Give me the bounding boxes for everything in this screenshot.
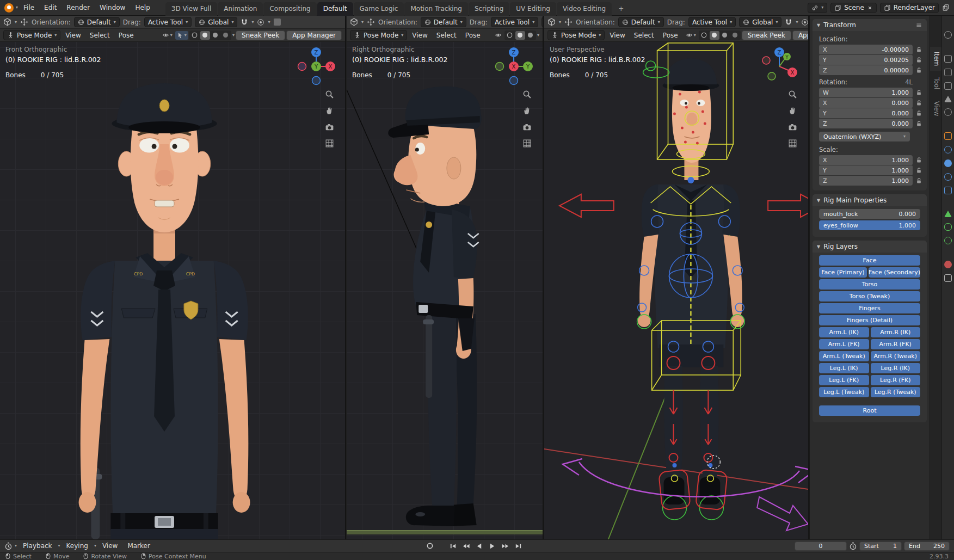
tab-tool-icon[interactable] bbox=[944, 31, 952, 39]
view-layer-selector[interactable]: RenderLayer bbox=[880, 3, 939, 13]
menu-view[interactable]: View bbox=[408, 30, 431, 41]
workspace-tab-scripting[interactable]: Scripting bbox=[469, 2, 509, 16]
tab-view[interactable]: View bbox=[930, 96, 942, 121]
workspace-tab-compositing[interactable]: Compositing bbox=[263, 2, 316, 16]
show-gizmo-toggle[interactable]: ▾ bbox=[161, 30, 174, 40]
tab-view-layer-icon[interactable] bbox=[944, 82, 952, 90]
snap-magnet-icon[interactable] bbox=[241, 19, 248, 26]
unlink-scene-icon[interactable] bbox=[867, 5, 873, 11]
tab-particles-icon[interactable] bbox=[944, 159, 952, 167]
play-reverse-button[interactable] bbox=[473, 541, 484, 551]
current-frame-field[interactable]: 0 bbox=[795, 541, 847, 551]
rig-layer-leg-l-ik[interactable]: Leg.L (IK) bbox=[819, 363, 869, 373]
lock-icon[interactable] bbox=[915, 177, 924, 184]
tab-object-icon[interactable] bbox=[944, 132, 952, 140]
rig-layer-fingers[interactable]: Fingers bbox=[819, 303, 920, 313]
rotation-w-field[interactable]: W1.000 bbox=[819, 88, 913, 97]
previous-keyframe-button[interactable] bbox=[460, 541, 471, 551]
rig-layer-torso[interactable]: Torso bbox=[819, 279, 920, 290]
menu-ed[interactable]: Edit bbox=[40, 2, 61, 13]
sneak-peek-button[interactable]: Sneak Peek bbox=[236, 30, 285, 40]
rig-layer-face[interactable]: Face bbox=[819, 255, 920, 266]
workspace-tab-animation[interactable]: Animation bbox=[218, 2, 263, 16]
rig-layer-arm-l-ik[interactable]: Arm.L (IK) bbox=[819, 327, 869, 337]
menu-view[interactable]: View bbox=[606, 30, 629, 41]
location-z-field[interactable]: Z0.00000 bbox=[819, 65, 913, 75]
workspace-tab-game-logic[interactable]: Game Logic bbox=[354, 2, 404, 16]
shading-material-button[interactable] bbox=[720, 31, 730, 40]
timeline-menu-view[interactable]: View bbox=[99, 540, 121, 551]
rig-layer-arm-l-tweak[interactable]: Arm.L (Tweak) bbox=[819, 351, 869, 361]
tab-render-icon[interactable] bbox=[944, 55, 952, 63]
lock-icon[interactable] bbox=[915, 120, 924, 127]
rig-layer-arm-r-tweak[interactable]: Arm.R (Tweak) bbox=[871, 351, 921, 361]
rig-layer-arm-l-fk[interactable]: Arm.L (FK) bbox=[819, 339, 869, 349]
panel-options-icon[interactable] bbox=[915, 22, 922, 29]
frame-end-field[interactable]: End250 bbox=[904, 541, 950, 551]
tab-bone-icon[interactable] bbox=[944, 223, 952, 231]
rotation-z-field[interactable]: Z0.000 bbox=[819, 119, 913, 128]
drag-dropdown[interactable]: Active Tool▾ bbox=[144, 17, 192, 27]
rig-layer-face-secondary[interactable]: Face (Secondary) bbox=[869, 267, 920, 278]
play-button[interactable] bbox=[487, 541, 497, 551]
timeline-menu-playback[interactable]: Playback bbox=[19, 540, 56, 551]
navigation-gizmo[interactable]: Z X Y bbox=[295, 45, 337, 88]
workspace-tab-default[interactable]: Default bbox=[317, 2, 353, 16]
shading-rendered-button[interactable] bbox=[730, 31, 740, 40]
stopwatch-icon[interactable] bbox=[849, 542, 857, 550]
app-manager-button[interactable]: App Manager bbox=[286, 30, 342, 40]
timeline-menu-marker[interactable]: Marker bbox=[124, 540, 153, 551]
camera-view-icon[interactable] bbox=[522, 122, 532, 132]
transform-orientation-dropdown[interactable]: Global bbox=[541, 17, 543, 27]
transform-panel-header[interactable]: ▼ Transform bbox=[813, 19, 927, 31]
rig-layer-torso-tweak[interactable]: Torso (Tweak) bbox=[819, 291, 920, 301]
rotation-x-field[interactable]: X0.000 bbox=[819, 98, 913, 108]
mode-dropdown[interactable]: Pose Mode▾ bbox=[3, 30, 60, 40]
tab-constraints-icon[interactable] bbox=[944, 187, 952, 194]
pan-hand-icon[interactable] bbox=[325, 106, 334, 115]
shading-solid-button[interactable] bbox=[710, 31, 719, 40]
workspace-tab-video-editing[interactable]: Video Editing bbox=[557, 2, 612, 16]
scale-x-field[interactable]: X1.000 bbox=[819, 155, 913, 165]
lock-icon[interactable] bbox=[915, 57, 924, 64]
move-tool-icon[interactable] bbox=[564, 18, 573, 26]
lock-icon[interactable] bbox=[915, 100, 924, 107]
menu-render[interactable]: Render bbox=[62, 2, 94, 13]
auto-keyframe-toggle[interactable] bbox=[424, 541, 435, 551]
rig-layers-header[interactable]: ▼ Rig Layers bbox=[813, 241, 927, 253]
menu-file[interactable]: File bbox=[19, 2, 39, 13]
zoom-icon[interactable] bbox=[522, 90, 532, 99]
rig-layer-arm-r-ik[interactable]: Arm.R (IK) bbox=[871, 327, 921, 337]
menu-view[interactable]: View bbox=[61, 30, 84, 41]
navigation-gizmo[interactable]: Z X Y bbox=[758, 45, 801, 88]
orientation-dropdown[interactable]: Default▾ bbox=[421, 17, 466, 27]
workspace-tab-uv-editing[interactable]: UV Editing bbox=[510, 2, 556, 16]
rig-main-properties-header[interactable]: ▼ Rig Main Properties bbox=[813, 194, 927, 206]
tab-physics-icon[interactable] bbox=[944, 173, 952, 181]
tab-object-data-icon[interactable] bbox=[944, 211, 952, 217]
location-x-field[interactable]: X-0.00000 bbox=[819, 45, 913, 54]
lock-icon[interactable] bbox=[915, 67, 924, 74]
lock-icon[interactable] bbox=[915, 157, 924, 164]
ortho-grid-icon[interactable] bbox=[325, 139, 334, 148]
drag-dropdown[interactable]: Active Tool▾ bbox=[688, 17, 736, 27]
rig-layer-leg-r-tweak[interactable]: Leg.R (Tweak) bbox=[871, 387, 921, 397]
workspace-tab-3d-view-full[interactable]: 3D View Full bbox=[165, 2, 218, 16]
menu-pose[interactable]: Pose bbox=[659, 30, 682, 41]
eyes-follow-slider[interactable]: eyes_follow1.000 bbox=[819, 220, 920, 230]
scene-link-dropdown[interactable]: ▾ bbox=[808, 3, 827, 13]
tab-item[interactable]: Item bbox=[930, 47, 942, 71]
ortho-grid-icon[interactable] bbox=[788, 139, 797, 148]
blender-logo-icon[interactable] bbox=[4, 3, 14, 13]
pan-hand-icon[interactable] bbox=[788, 106, 797, 115]
navigation-gizmo[interactable]: Z Y X bbox=[493, 45, 535, 88]
zoom-icon[interactable] bbox=[325, 90, 334, 99]
tab-output-icon[interactable] bbox=[944, 69, 952, 76]
shading-solid-button[interactable] bbox=[515, 31, 525, 40]
frame-start-field[interactable]: Start1 bbox=[859, 541, 902, 551]
shading-material-button[interactable] bbox=[526, 31, 536, 40]
rig-layer-leg-r-fk[interactable]: Leg.R (FK) bbox=[871, 375, 921, 385]
timeline-editor-type-icon[interactable] bbox=[4, 542, 13, 550]
rig-layer-root[interactable]: Root bbox=[819, 405, 920, 416]
menu-pose[interactable]: Pose bbox=[461, 30, 484, 41]
